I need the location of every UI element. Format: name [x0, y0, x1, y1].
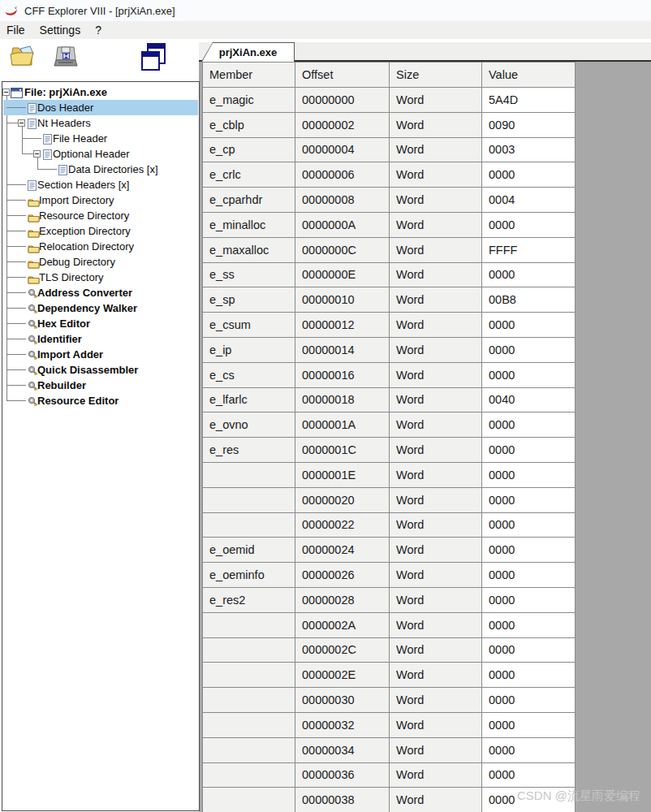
- cell-size[interactable]: Word: [390, 462, 482, 487]
- cell-member[interactable]: e_maxalloc: [203, 237, 295, 262]
- cell-value[interactable]: 0000: [482, 212, 576, 237]
- cell-size[interactable]: Word: [390, 538, 482, 563]
- cell-member[interactable]: e_sp: [203, 287, 295, 313]
- cell-member[interactable]: e_ovno: [203, 412, 295, 438]
- cell-member[interactable]: [203, 462, 295, 487]
- cell-member[interactable]: e_crlc: [203, 162, 295, 188]
- cell-value[interactable]: 0000: [482, 512, 576, 538]
- cell-member[interactable]: e_ip: [203, 337, 295, 362]
- cell-size[interactable]: Word: [390, 737, 482, 762]
- cell-value[interactable]: 0000: [482, 362, 576, 387]
- cell-offset[interactable]: 0000000E: [295, 262, 390, 287]
- cell-offset[interactable]: 00000034: [295, 737, 390, 762]
- cell-size[interactable]: Word: [390, 112, 482, 137]
- cell-value[interactable]: 0000: [482, 612, 576, 637]
- cell-offset[interactable]: 00000002: [295, 112, 390, 137]
- cell-member[interactable]: [203, 712, 295, 737]
- cell-offset[interactable]: 00000022: [295, 512, 390, 538]
- windows-button[interactable]: [138, 42, 169, 75]
- cell-size[interactable]: Word: [390, 563, 482, 588]
- cell-value[interactable]: 0000: [482, 663, 576, 688]
- cell-value[interactable]: 0000: [482, 313, 576, 338]
- cell-offset[interactable]: 0000002A: [295, 612, 390, 637]
- cell-size[interactable]: Word: [390, 313, 482, 338]
- cell-size[interactable]: Word: [390, 762, 482, 788]
- cell-size[interactable]: Word: [390, 188, 482, 213]
- cell-member[interactable]: e_magic: [203, 88, 295, 113]
- column-header-value[interactable]: Value: [482, 63, 576, 88]
- cell-size[interactable]: Word: [390, 612, 482, 637]
- cell-member[interactable]: e_minalloc: [203, 212, 295, 237]
- cell-offset[interactable]: 0000000C: [295, 237, 390, 262]
- cell-value[interactable]: 0000: [482, 737, 576, 762]
- cell-size[interactable]: Word: [390, 688, 482, 713]
- cell-size[interactable]: Word: [390, 262, 482, 287]
- cell-offset[interactable]: 00000014: [295, 337, 390, 362]
- cell-size[interactable]: Word: [390, 412, 482, 438]
- column-header-size[interactable]: Size: [390, 63, 482, 88]
- cell-value[interactable]: 00B8: [482, 287, 576, 313]
- cell-member[interactable]: e_oeminfo: [203, 563, 295, 588]
- cell-member[interactable]: [203, 788, 295, 812]
- cell-member[interactable]: e_cp: [203, 137, 295, 162]
- menu-item-help[interactable]: ?: [88, 21, 109, 39]
- cell-member[interactable]: e_csum: [203, 313, 295, 338]
- cell-member[interactable]: [203, 637, 295, 663]
- cell-offset[interactable]: 00000012: [295, 313, 390, 338]
- cell-value[interactable]: 0003: [482, 137, 576, 162]
- cell-member[interactable]: [203, 762, 295, 788]
- cell-member[interactable]: e_res2: [203, 587, 295, 612]
- cell-value[interactable]: FFFF: [482, 237, 576, 262]
- cell-size[interactable]: Word: [390, 137, 482, 162]
- cell-offset[interactable]: 00000038: [295, 788, 390, 812]
- cell-value[interactable]: 0090: [482, 112, 576, 137]
- cell-member[interactable]: [203, 612, 295, 637]
- cell-member[interactable]: e_oemid: [203, 538, 295, 563]
- cell-offset[interactable]: 00000008: [295, 188, 390, 213]
- cell-size[interactable]: Word: [390, 587, 482, 612]
- cell-offset[interactable]: 00000018: [295, 387, 390, 412]
- cell-offset[interactable]: 0000001C: [295, 438, 390, 463]
- cell-size[interactable]: Word: [390, 362, 482, 387]
- cell-size[interactable]: Word: [390, 663, 482, 688]
- expand-toggle[interactable]: [18, 119, 25, 127]
- cell-offset[interactable]: 00000026: [295, 563, 390, 588]
- cell-member[interactable]: e_cs: [203, 362, 295, 387]
- cell-value[interactable]: 0000: [482, 487, 576, 512]
- cell-size[interactable]: Word: [390, 712, 482, 737]
- cell-member[interactable]: e_cblp: [203, 112, 295, 137]
- cell-size[interactable]: Word: [390, 637, 482, 663]
- cell-value[interactable]: 0000: [482, 637, 576, 663]
- cell-member[interactable]: [203, 487, 295, 512]
- cell-offset[interactable]: 00000024: [295, 538, 390, 563]
- cell-value[interactable]: 0000: [482, 412, 576, 438]
- cell-offset[interactable]: 0000001A: [295, 412, 390, 438]
- cell-value[interactable]: 0000: [482, 337, 576, 362]
- tab-prjxian-exe[interactable]: prjXiAn.exe: [201, 42, 295, 62]
- cell-offset[interactable]: 0000002E: [295, 663, 390, 688]
- cell-value[interactable]: 0000: [482, 462, 576, 487]
- cell-member[interactable]: e_cparhdr: [203, 188, 295, 213]
- cell-offset[interactable]: 0000000A: [295, 212, 390, 237]
- cell-member[interactable]: e_res: [203, 438, 295, 463]
- cell-value[interactable]: 0000: [482, 563, 576, 588]
- cell-offset[interactable]: 00000036: [295, 762, 390, 788]
- column-header-member[interactable]: Member: [203, 63, 295, 88]
- cell-size[interactable]: Word: [390, 788, 482, 812]
- cell-value[interactable]: 0000: [482, 587, 576, 612]
- open-file-button[interactable]: [8, 42, 39, 75]
- cell-offset[interactable]: 00000010: [295, 287, 390, 313]
- column-header-offset[interactable]: Offset: [295, 63, 390, 88]
- cell-value[interactable]: 0000: [482, 712, 576, 737]
- cell-size[interactable]: Word: [390, 512, 482, 538]
- cell-value[interactable]: 0000: [482, 538, 576, 563]
- cell-value[interactable]: 0000: [482, 262, 576, 287]
- cell-size[interactable]: Word: [390, 387, 482, 412]
- cell-value[interactable]: 0000: [482, 762, 576, 788]
- cell-value[interactable]: 0000: [482, 438, 576, 463]
- cell-member[interactable]: [203, 663, 295, 688]
- cell-member[interactable]: e_ss: [203, 262, 295, 287]
- cell-size[interactable]: Word: [390, 438, 482, 463]
- save-file-button[interactable]: [50, 42, 81, 75]
- cell-offset[interactable]: 00000030: [295, 688, 390, 713]
